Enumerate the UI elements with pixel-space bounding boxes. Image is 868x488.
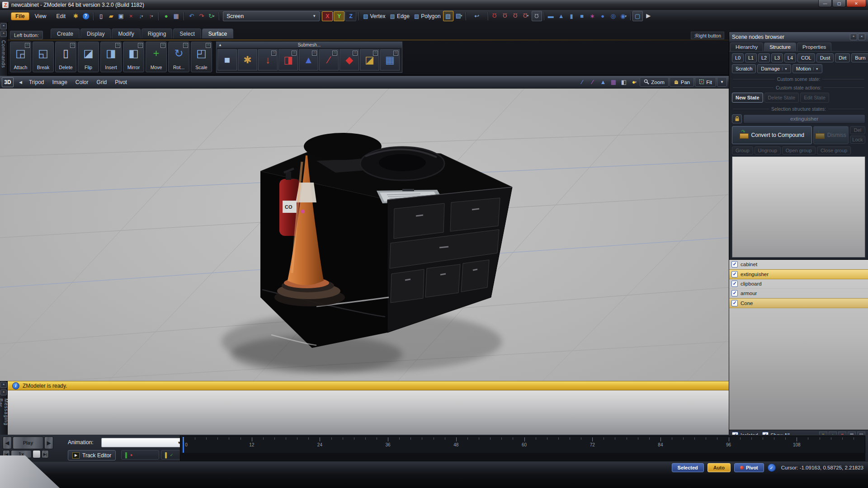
close-icon[interactable]: × bbox=[0, 23, 7, 29]
state-damage-button[interactable]: Damage▼ bbox=[757, 64, 791, 73]
snap-check-icon[interactable]: ✓ bbox=[768, 464, 776, 472]
primitive-point-icon[interactable]: ∗ bbox=[588, 11, 597, 21]
deselect-icon[interactable]: ↩ bbox=[468, 11, 486, 21]
light-icon[interactable]: ●▾ bbox=[629, 77, 639, 87]
lod-col-button[interactable]: COL bbox=[797, 53, 815, 62]
menu-file[interactable]: File bbox=[11, 12, 29, 20]
pin-icon[interactable]: + bbox=[0, 31, 7, 37]
animation-dropdown[interactable]: ▼ bbox=[101, 438, 184, 447]
cone-tool-icon[interactable]: ▲ bbox=[598, 77, 608, 87]
lod-l3-button[interactable]: L3 bbox=[771, 53, 783, 62]
tab-surface[interactable]: Surface bbox=[202, 28, 233, 38]
popup-corner-icon[interactable]: ◳ bbox=[183, 43, 188, 48]
submesh-brush-button[interactable]: ✱ bbox=[238, 49, 257, 70]
open-folder-icon[interactable]: ▰ bbox=[106, 11, 116, 21]
open-group-button[interactable]: Open group bbox=[782, 146, 816, 155]
magnet-settings-icon[interactable]: Ω bbox=[532, 11, 542, 21]
popup-corner-icon[interactable]: ◳ bbox=[373, 51, 378, 56]
tab-select[interactable]: Select bbox=[173, 28, 201, 38]
chevron-down-icon[interactable]: ▼ bbox=[813, 67, 819, 70]
submesh-extrude-button[interactable]: ◳▲ bbox=[299, 49, 318, 70]
element-select-icon[interactable]: ▧▾ bbox=[454, 11, 464, 20]
visibility-checkbox[interactable]: ✓ bbox=[731, 281, 738, 287]
lod-dirt-button[interactable]: Dirt bbox=[835, 53, 850, 62]
display-adapter-icon[interactable]: ▢ bbox=[632, 11, 643, 21]
new-file-icon[interactable]: ▯ bbox=[96, 11, 106, 21]
visibility-checkbox[interactable]: ✓ bbox=[731, 290, 738, 296]
lock-icon-button[interactable] bbox=[732, 114, 742, 123]
primitive-cone-icon[interactable]: ▲ bbox=[557, 11, 566, 21]
help-icon[interactable]: ? bbox=[81, 11, 90, 21]
pin-icon[interactable]: + bbox=[0, 389, 7, 396]
delete-file-icon[interactable]: × bbox=[126, 11, 136, 21]
object-row-clipboard[interactable]: ✓clipboard bbox=[729, 279, 868, 289]
close-icon[interactable]: × bbox=[858, 33, 865, 40]
group-button[interactable]: Group bbox=[732, 146, 753, 155]
submesh-split-button[interactable]: ◳◨ bbox=[278, 49, 298, 70]
viewport-menu-pivot[interactable]: Pivot bbox=[111, 78, 131, 87]
refresh-icon[interactable]: ↻▾ bbox=[207, 11, 216, 21]
lod-burn-button[interactable]: Burn bbox=[851, 53, 868, 62]
popup-corner-icon[interactable]: ◳ bbox=[271, 51, 276, 56]
pivot-mode-button[interactable]: Pivot bbox=[734, 463, 764, 472]
texture-grid-icon[interactable]: ▦ bbox=[171, 11, 181, 21]
axis-x-button[interactable]: X bbox=[322, 11, 333, 21]
popup-corner-icon[interactable]: ◳ bbox=[353, 51, 358, 56]
flip-button[interactable]: ◪Flip bbox=[78, 42, 99, 72]
end-button[interactable]: ▶| bbox=[42, 450, 49, 458]
primitive-cylinder-icon[interactable]: ▮ bbox=[567, 11, 576, 21]
primitive-cube-icon[interactable]: ■ bbox=[577, 11, 587, 21]
edit-state-button[interactable]: Edit State bbox=[800, 93, 829, 103]
submesh-quad-button[interactable]: ◳▦ bbox=[380, 49, 400, 70]
loop-button[interactable] bbox=[33, 450, 41, 458]
viewport-menu-tripod[interactable]: Tripod bbox=[25, 78, 48, 87]
pan-button[interactable]: Pan bbox=[670, 77, 694, 87]
minimize-button[interactable]: — bbox=[818, 0, 832, 7]
attach-button[interactable]: ◳◲Attach bbox=[10, 42, 31, 72]
primitive-box-icon[interactable]: ▬ bbox=[546, 11, 556, 21]
scene-tab-structure[interactable]: Structure bbox=[764, 42, 796, 51]
lod-l1-button[interactable]: L1 bbox=[745, 53, 757, 62]
popup-corner-icon[interactable]: ◳ bbox=[332, 51, 337, 56]
lod-l2-button[interactable]: L2 bbox=[758, 53, 770, 62]
magnet-axis-icon[interactable]: Ω▾ bbox=[521, 11, 531, 20]
redo-icon[interactable]: ↷ bbox=[197, 11, 206, 21]
selected-mode-button[interactable]: Selected bbox=[672, 463, 704, 472]
delete-state-button[interactable]: Delete State bbox=[764, 93, 799, 103]
popup-corner-icon[interactable]: ◳ bbox=[25, 43, 30, 48]
submesh-smooth-button[interactable]: ■ bbox=[217, 49, 237, 70]
tab-modify[interactable]: Modify bbox=[112, 28, 140, 38]
undo-icon[interactable]: ↶ bbox=[187, 11, 196, 21]
lod-l4-button[interactable]: L4 bbox=[784, 53, 796, 62]
axis-z-button[interactable]: Z bbox=[345, 11, 356, 21]
keyframe-record-button[interactable]: ▌ ● bbox=[121, 450, 159, 460]
primitive-sphere-icon[interactable]: ● bbox=[598, 11, 608, 21]
del-button[interactable]: Del bbox=[850, 126, 865, 134]
chevron-down-icon[interactable]: ▼ bbox=[782, 67, 788, 70]
auto-mode-button[interactable]: Auto bbox=[708, 463, 731, 472]
checker-icon[interactable]: ▦ bbox=[609, 77, 618, 87]
visibility-checkbox[interactable]: ✓ bbox=[731, 261, 738, 267]
submesh-triangulate-button[interactable]: ◳◆ bbox=[340, 49, 359, 70]
pen-tool-icon[interactable]: ∕ bbox=[588, 77, 597, 87]
zoom-button[interactable]: Zoom bbox=[640, 77, 668, 87]
maximize-button[interactable]: ▢ bbox=[832, 0, 846, 7]
popup-corner-icon[interactable]: ◳ bbox=[292, 51, 297, 56]
plugin-manager-icon[interactable]: ✱ bbox=[71, 11, 80, 21]
mode-edge-button[interactable]: ▧Edge bbox=[388, 13, 412, 19]
popup-corner-icon[interactable]: ◳ bbox=[160, 43, 165, 48]
new-state-button[interactable]: New State bbox=[732, 93, 763, 103]
object-row-extinguisher[interactable]: ✓extinguisher bbox=[729, 269, 868, 279]
viewport-menu-image[interactable]: Image bbox=[48, 78, 71, 87]
import-icon[interactable]: ↑▾ bbox=[146, 11, 156, 21]
axis-y-button[interactable]: Y bbox=[334, 11, 344, 21]
scene-tab-properties[interactable]: Properties bbox=[797, 42, 831, 51]
collapse-icon[interactable]: ▲ bbox=[218, 42, 222, 48]
primitive-torus-icon[interactable]: ◎ bbox=[609, 11, 618, 21]
state-motion-button[interactable]: Motion▼ bbox=[793, 64, 822, 73]
dismiss-button[interactable]: ↑ Dismiss bbox=[813, 126, 849, 144]
object-row-cone[interactable]: ✓Cone bbox=[729, 298, 868, 308]
state-scratch-button[interactable]: Scratch bbox=[732, 64, 756, 73]
next-frame-button[interactable]: ▶ bbox=[44, 436, 53, 449]
magnet-rotate-icon[interactable]: Ω bbox=[500, 11, 510, 20]
